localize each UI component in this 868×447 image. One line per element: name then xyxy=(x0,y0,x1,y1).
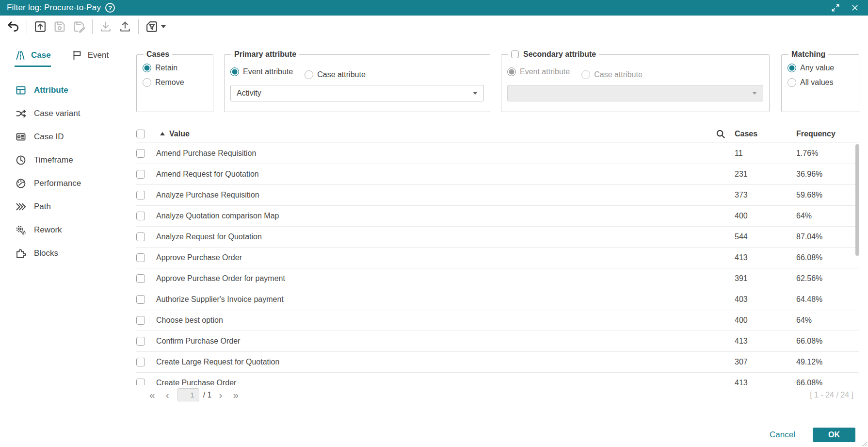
sidebar-item-path[interactable]: Path xyxy=(0,195,131,218)
primary-event-attribute-option[interactable]: Event attribute xyxy=(230,67,293,76)
row-cases: 400 xyxy=(735,316,796,325)
sidebar-item-rework[interactable]: Rework xyxy=(0,218,131,242)
cases-legend: Cases xyxy=(144,50,172,59)
row-checkbox[interactable] xyxy=(136,316,145,325)
row-cases: 413 xyxy=(735,379,796,385)
table-body: Amend Purchase Requisition 11 1.76% Amen… xyxy=(136,143,859,385)
row-checkbox[interactable] xyxy=(136,149,145,158)
row-cases: 413 xyxy=(735,253,796,262)
row-checkbox[interactable] xyxy=(136,253,145,262)
sidebar-item-case-variant[interactable]: Case variant xyxy=(0,102,131,125)
primary-attribute-select[interactable]: Activity xyxy=(230,85,484,101)
open-icon[interactable] xyxy=(32,18,49,35)
row-checkbox[interactable] xyxy=(136,358,145,366)
search-icon[interactable] xyxy=(715,129,726,139)
next-page-button[interactable]: › xyxy=(213,390,227,400)
row-checkbox[interactable] xyxy=(136,379,145,385)
row-checkbox[interactable] xyxy=(136,337,145,346)
maximize-icon[interactable] xyxy=(829,1,842,14)
sort-asc-icon[interactable] xyxy=(160,132,165,135)
upload-icon[interactable] xyxy=(116,18,134,35)
table-row[interactable]: Analyze Purchase Requisition 373 59.68% xyxy=(136,185,859,206)
all-values-option[interactable]: All values xyxy=(788,78,853,87)
table-row[interactable]: Analyze Request for Quotation 544 87.04% xyxy=(136,227,859,248)
any-value-radio[interactable] xyxy=(788,64,796,72)
resize-handle[interactable] xyxy=(862,441,867,446)
page-number-input[interactable] xyxy=(177,388,199,401)
any-value-option[interactable]: Any value xyxy=(788,64,853,72)
help-icon[interactable]: ? xyxy=(105,3,115,13)
primary-case-attribute-radio[interactable] xyxy=(305,70,313,79)
primary-case-attribute-label: Case attribute xyxy=(317,70,366,79)
table-row[interactable]: Analyze Quotation comparison Map 400 64% xyxy=(136,206,859,227)
toolbar xyxy=(0,16,868,38)
row-checkbox[interactable] xyxy=(136,274,145,283)
vertical-scrollbar-thumb[interactable] xyxy=(855,144,859,256)
value-column-header[interactable]: Value xyxy=(169,130,190,138)
cases-column-header[interactable]: Cases xyxy=(735,130,796,138)
tab-case[interactable]: Case xyxy=(15,50,51,67)
sidebar-item-timeframe[interactable]: Timeframe xyxy=(0,149,131,172)
all-values-radio[interactable] xyxy=(788,78,796,87)
all-values-label: All values xyxy=(800,78,833,87)
event-flag-icon xyxy=(71,50,83,61)
table-row[interactable]: Amend Purchase Requisition 11 1.76% xyxy=(136,143,859,164)
table-row[interactable]: Amend Request for Quotation 231 36.96% xyxy=(136,164,859,185)
previous-page-button[interactable]: ‹ xyxy=(161,390,175,400)
remove-radio-option[interactable]: Remove xyxy=(143,78,207,87)
case-id-card-icon xyxy=(15,131,27,143)
retain-radio[interactable] xyxy=(143,64,151,72)
tab-event[interactable]: Event xyxy=(71,50,109,67)
table-row[interactable]: Create Purchase Order 413 66.08% xyxy=(136,373,859,385)
sidebar-item-label: Attribute xyxy=(34,85,68,95)
table-row[interactable]: Approve Purchase Order 413 66.08% xyxy=(136,248,859,268)
path-chevrons-icon xyxy=(15,201,27,213)
row-cases: 403 xyxy=(735,295,796,304)
toolbar-separator xyxy=(27,19,27,34)
primary-case-attribute-option[interactable]: Case attribute xyxy=(305,70,366,79)
row-frequency: 59.68% xyxy=(796,191,859,199)
remove-radio[interactable] xyxy=(143,78,151,87)
row-cases: 400 xyxy=(735,212,796,220)
table-row[interactable]: Confirm Purchase Order 413 66.08% xyxy=(136,331,859,352)
blocks-puzzle-icon xyxy=(15,248,27,259)
sidebar-item-label: Case ID xyxy=(34,132,64,142)
frequency-column-header[interactable]: Frequency xyxy=(796,130,859,138)
sidebar-item-attribute[interactable]: Attribute xyxy=(0,79,131,102)
sidebar-item-blocks[interactable]: Blocks xyxy=(0,242,131,265)
row-checkbox[interactable] xyxy=(136,170,145,179)
row-checkbox[interactable] xyxy=(136,212,145,220)
dialog-titlebar: Filter log: Procure-to-Pay ? xyxy=(0,0,868,16)
table-row[interactable]: Authorize Supplier's Invoice payment 403… xyxy=(136,289,859,310)
row-frequency: 64% xyxy=(796,316,859,325)
ok-button[interactable]: OK xyxy=(813,428,855,442)
last-page-button[interactable]: » xyxy=(227,390,244,400)
chevron-down-icon xyxy=(473,92,478,95)
sidebar-item-label: Path xyxy=(34,202,51,212)
row-frequency: 49.12% xyxy=(796,358,859,366)
close-icon[interactable] xyxy=(849,1,861,14)
filter-dropdown-caret[interactable] xyxy=(161,25,166,28)
table-row[interactable]: Choose best option 400 64% xyxy=(136,310,859,331)
pagination-bar: « ‹ / 1 › » [ 1 - 24 / 24 ] xyxy=(136,385,859,405)
sidebar-item-performance[interactable]: Performance xyxy=(0,172,131,195)
sidebar-item-label: Case variant xyxy=(34,109,80,118)
cancel-button[interactable]: Cancel xyxy=(770,430,795,440)
row-checkbox[interactable] xyxy=(136,295,145,304)
retain-radio-option[interactable]: Retain xyxy=(143,64,207,72)
matching-panel: Matching Any value All values xyxy=(781,50,859,112)
primary-event-attribute-radio[interactable] xyxy=(230,67,239,76)
table-row[interactable]: Approve Purchase Order for payment 391 6… xyxy=(136,268,859,289)
table-row[interactable]: Create Large Request for Quotation 307 4… xyxy=(136,352,859,373)
row-checkbox[interactable] xyxy=(136,232,145,241)
filter-type-list: Attribute Case variant Case ID xyxy=(0,79,131,265)
dialog-title: Filter log: Procure-to-Pay xyxy=(7,3,101,13)
first-page-button[interactable]: « xyxy=(144,390,161,400)
select-all-checkbox[interactable] xyxy=(136,130,145,138)
secondary-attribute-checkbox[interactable] xyxy=(511,50,519,58)
undo-icon[interactable] xyxy=(5,18,22,35)
sidebar-item-case-id[interactable]: Case ID xyxy=(0,125,131,149)
shuffle-icon xyxy=(15,108,27,119)
row-checkbox[interactable] xyxy=(136,191,145,199)
filter-icon[interactable] xyxy=(143,18,168,35)
